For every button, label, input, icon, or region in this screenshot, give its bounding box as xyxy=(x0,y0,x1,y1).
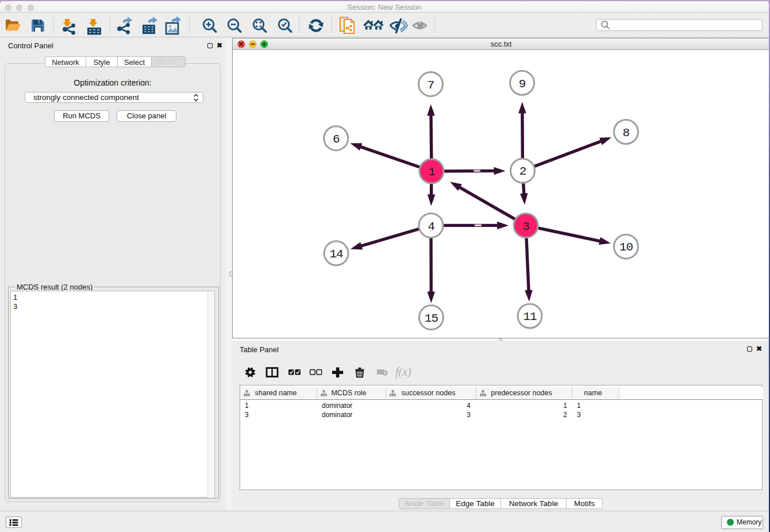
svg-text:14: 14 xyxy=(329,248,343,261)
svg-text:f(x): f(x) xyxy=(395,365,411,379)
svg-text:3: 3 xyxy=(522,220,529,233)
svg-text:11: 11 xyxy=(523,310,537,323)
svg-text:4: 4 xyxy=(428,220,434,233)
svg-text:9: 9 xyxy=(519,78,526,91)
svg-text:1: 1 xyxy=(428,165,435,179)
svg-text:8: 8 xyxy=(623,126,630,140)
svg-text:10: 10 xyxy=(619,241,633,254)
svg-text:2: 2 xyxy=(519,165,526,178)
svg-text:15: 15 xyxy=(425,312,438,325)
svg-text:7: 7 xyxy=(428,79,434,92)
svg-text:6: 6 xyxy=(333,133,340,146)
